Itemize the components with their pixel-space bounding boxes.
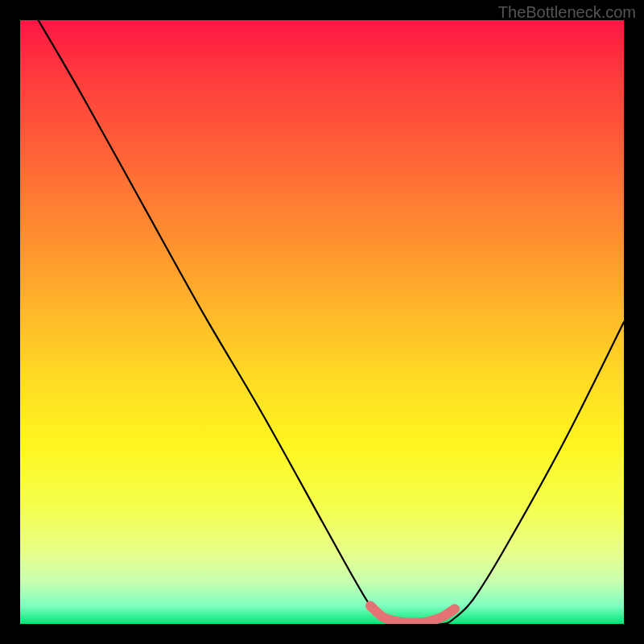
chart-svg [20,20,624,624]
chart-plot-area [20,20,624,624]
curve-line [39,20,625,624]
watermark-text: TheBottleneck.com [498,3,636,22]
valley-highlight [370,606,455,623]
